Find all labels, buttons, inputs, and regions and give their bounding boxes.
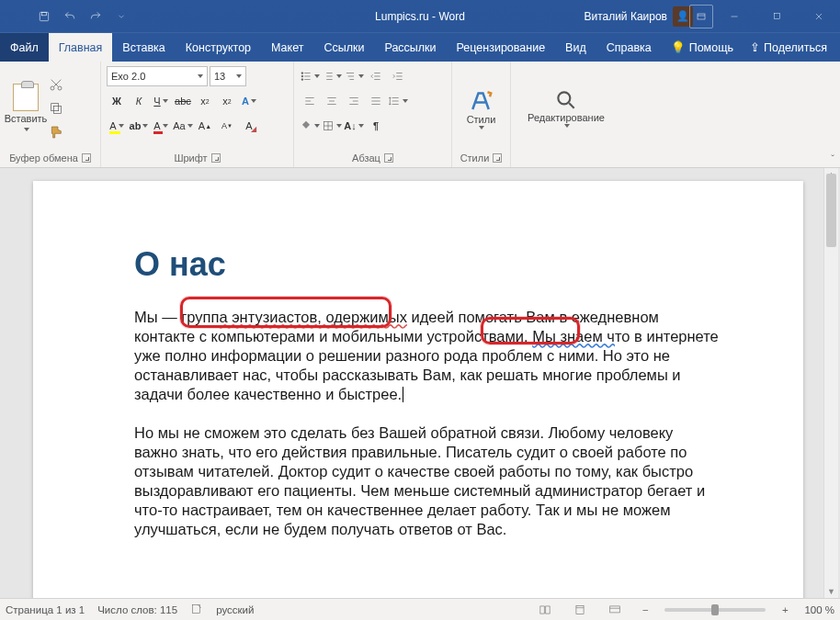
grow-font-button[interactable]: ab: [129, 116, 149, 136]
group-editing: Редактирование: [511, 62, 621, 167]
superscript-button[interactable]: x2: [217, 91, 237, 111]
redo-icon[interactable]: [84, 5, 108, 28]
tab-references[interactable]: Ссылки: [313, 33, 374, 62]
bold-button[interactable]: Ж: [107, 91, 127, 111]
lightbulb-icon: 💡: [671, 40, 686, 54]
undo-icon[interactable]: [58, 5, 82, 28]
svg-rect-6: [53, 106, 61, 113]
print-layout-icon[interactable]: [569, 602, 591, 618]
zoom-slider[interactable]: [664, 608, 766, 612]
qat-customize-icon[interactable]: [109, 5, 133, 28]
ribbon: Вставить Буфер обмена Exo 2.0 13 Ж К Ч a…: [0, 62, 840, 168]
font-name-combobox[interactable]: Exo 2.0: [107, 66, 208, 86]
autosave-icon[interactable]: [32, 5, 56, 28]
status-language[interactable]: русский: [216, 604, 254, 615]
increase-font-button[interactable]: A▲: [195, 116, 215, 136]
account-area[interactable]: Виталий Каиров 👤: [584, 6, 693, 27]
zoom-level[interactable]: 100 %: [804, 604, 834, 615]
page[interactable]: О нас Мы — группа энтузиастов, одержимых…: [33, 181, 803, 598]
grammar-error[interactable]: Мы знаем ч: [532, 328, 615, 344]
format-painter-icon[interactable]: [46, 122, 66, 142]
svg-point-9: [301, 75, 303, 77]
numbering-button[interactable]: [322, 66, 342, 86]
underline-button[interactable]: Ч: [151, 91, 171, 111]
help-button[interactable]: 💡Помощь: [664, 40, 741, 54]
scroll-down-arrow[interactable]: ▼: [824, 585, 838, 598]
editing-button[interactable]: Редактирование: [528, 88, 605, 129]
maximize-button[interactable]: [755, 0, 798, 32]
status-word-count[interactable]: Число слов: 115: [97, 604, 177, 615]
multilevel-button[interactable]: [344, 66, 364, 86]
tab-help[interactable]: Справка: [596, 33, 662, 62]
tab-review[interactable]: Рецензирование: [447, 33, 556, 62]
subscript-button[interactable]: x2: [195, 91, 215, 111]
clear-formatting-button[interactable]: A◢: [239, 116, 259, 136]
decrease-indent-button[interactable]: [366, 66, 386, 86]
window-controls: [713, 0, 840, 32]
sort-button[interactable]: A↓: [344, 116, 364, 136]
font-size-combobox[interactable]: 13: [210, 66, 246, 86]
ribbon-display-options-icon[interactable]: [689, 5, 713, 28]
styles-dialog-launcher[interactable]: [493, 153, 502, 163]
svg-point-8: [301, 73, 303, 74]
shading-button[interactable]: [300, 116, 320, 136]
minimize-button[interactable]: [713, 0, 755, 32]
paste-button[interactable]: Вставить: [6, 65, 46, 151]
tab-insert[interactable]: Вставка: [112, 33, 175, 62]
bullets-button[interactable]: [300, 66, 320, 86]
zoom-slider-thumb[interactable]: [711, 604, 719, 615]
svg-rect-7: [51, 103, 59, 110]
heading: О нас: [134, 245, 721, 284]
tab-design[interactable]: Конструктор: [176, 33, 261, 62]
change-case-button[interactable]: Aa: [173, 116, 193, 136]
cut-icon[interactable]: [46, 74, 66, 95]
copy-icon[interactable]: [46, 98, 66, 118]
italic-button[interactable]: К: [129, 91, 149, 111]
scrollbar-thumb[interactable]: [826, 174, 836, 247]
borders-button[interactable]: [322, 116, 342, 136]
close-button[interactable]: [798, 0, 840, 32]
vertical-scrollbar[interactable]: ▲ ▼: [823, 168, 838, 598]
paragraph-dialog-launcher[interactable]: [384, 153, 393, 163]
decrease-font-button[interactable]: A▼: [217, 116, 237, 136]
collapse-ribbon-icon[interactable]: ˇ: [831, 153, 834, 164]
tab-home[interactable]: Главная: [49, 33, 113, 62]
align-right-button[interactable]: [344, 91, 364, 111]
svg-rect-15: [610, 605, 620, 612]
tab-mailings[interactable]: Рассылки: [374, 33, 446, 62]
tab-layout[interactable]: Макет: [261, 33, 313, 62]
paste-dropdown[interactable]: [16, 126, 36, 133]
share-icon: ⇪: [750, 40, 760, 54]
styles-dropdown[interactable]: [471, 125, 491, 130]
paragraph-1: Мы — группа энтузиастов, одержимых идеей…: [134, 308, 721, 405]
status-page[interactable]: Страница 1 из 1: [6, 604, 85, 615]
line-spacing-button[interactable]: [388, 91, 408, 111]
editing-dropdown[interactable]: [556, 123, 576, 129]
svg-rect-1: [42, 12, 47, 16]
user-name: Виталий Каиров: [584, 10, 667, 23]
text-highlight-button[interactable]: A: [107, 116, 127, 136]
align-center-button[interactable]: [322, 91, 342, 111]
font-color-button[interactable]: A: [151, 116, 171, 136]
zoom-in-button[interactable]: +: [778, 604, 791, 615]
proofing-icon[interactable]: [190, 603, 203, 617]
svg-point-4: [51, 86, 54, 90]
group-font: Exo 2.0 13 Ж К Ч abє x2 x2 A A ab A Aa A…: [101, 62, 294, 167]
zoom-out-button[interactable]: −: [639, 604, 652, 615]
svg-point-5: [58, 86, 62, 90]
read-mode-icon[interactable]: [534, 602, 556, 618]
share-button[interactable]: ⇪Поделиться: [743, 40, 834, 54]
text-effects-button[interactable]: A: [239, 91, 259, 111]
styles-gallery-button[interactable]: Стили: [467, 86, 496, 130]
web-layout-icon[interactable]: [604, 602, 626, 618]
show-marks-button[interactable]: ¶: [366, 116, 386, 136]
align-left-button[interactable]: [300, 91, 320, 111]
tab-file[interactable]: Файл: [0, 33, 49, 62]
justify-button[interactable]: [366, 91, 386, 111]
tab-view[interactable]: Вид: [555, 33, 596, 62]
increase-indent-button[interactable]: [388, 66, 408, 86]
spelling-error[interactable]: а энтузиастов, одержимых: [219, 309, 406, 325]
font-dialog-launcher[interactable]: [211, 153, 221, 163]
strikethrough-button[interactable]: abє: [173, 91, 193, 111]
clipboard-dialog-launcher[interactable]: [82, 153, 91, 163]
